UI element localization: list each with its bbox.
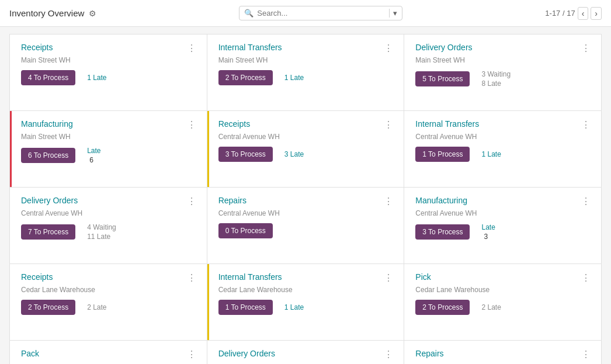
pagination-label: 1-17 / 17 — [545, 9, 575, 18]
card-menu-icon[interactable]: ⋮ — [580, 272, 592, 283]
card-card-7: Delivery Orders ⋮ Central Avenue WH 7 To… — [10, 188, 207, 264]
stat-waiting: 11 Late — [87, 233, 116, 241]
stat-late: 1 Late — [284, 74, 304, 82]
card-title[interactable]: Internal Transfers — [218, 272, 282, 282]
search-dropdown-icon[interactable]: ▾ — [389, 9, 397, 18]
stat-waiting: 2 Late — [481, 303, 501, 311]
stat-late: 1 Late — [284, 303, 304, 311]
stat-waiting: 2 Late — [87, 303, 106, 311]
card-body: 6 To Process Late6 — [21, 147, 197, 164]
card-subtitle: Main Street WH — [21, 133, 197, 141]
card-menu-icon[interactable]: ⋮ — [186, 272, 197, 283]
card-body: 2 To Process 2 Late — [21, 300, 197, 315]
card-title[interactable]: Receipts — [21, 43, 53, 52]
card-title[interactable]: Delivery Orders — [218, 349, 275, 358]
card-title[interactable]: Repairs — [218, 196, 247, 205]
card-title[interactable]: Internal Transfers — [415, 119, 479, 129]
process-button[interactable]: 0 To Process — [218, 223, 273, 238]
gear-icon[interactable]: ⚙ — [89, 9, 96, 18]
card-stats: 3 Waiting8 Late — [481, 70, 511, 88]
stat-late: 1 Late — [481, 150, 501, 158]
card-subtitle: Central Avenue WH — [218, 209, 395, 217]
card-card-14: Delivery Orders ⋮ — [207, 341, 404, 364]
stat-waiting: 3 Waiting — [481, 70, 511, 78]
card-stats: 2 Late — [87, 303, 106, 311]
process-button[interactable]: 1 To Process — [415, 147, 470, 162]
card-card-13: Pack ⋮ — [10, 341, 207, 364]
card-menu-icon[interactable]: ⋮ — [383, 43, 394, 54]
card-title[interactable]: Manufacturing — [415, 196, 467, 205]
card-menu-icon[interactable]: ⋮ — [580, 43, 592, 54]
stat-late: 3 Late — [284, 150, 304, 158]
card-menu-icon[interactable]: ⋮ — [383, 272, 394, 283]
card-title[interactable]: Pick — [415, 272, 431, 282]
process-button[interactable]: 3 To Process — [218, 147, 273, 162]
card-menu-icon[interactable]: ⋮ — [580, 196, 592, 207]
card-menu-icon[interactable]: ⋮ — [383, 119, 394, 130]
search-input[interactable] — [257, 9, 387, 18]
card-card-12: Pick ⋮ Cedar Lane Warehouse 2 To Process… — [404, 264, 601, 340]
cards-grid: Receipts ⋮ Main Street WH 4 To Process 1… — [9, 34, 602, 364]
page-title: Inventory Overview — [9, 8, 84, 18]
card-subtitle: Main Street WH — [21, 56, 197, 64]
card-body: 7 To Process 4 Waiting11 Late — [21, 223, 197, 241]
card-card-10: Receipts ⋮ Cedar Lane Warehouse 2 To Pro… — [10, 264, 207, 340]
process-button[interactable]: 7 To Process — [21, 224, 75, 240]
card-menu-icon[interactable]: ⋮ — [383, 196, 394, 207]
card-menu-icon[interactable]: ⋮ — [186, 349, 197, 360]
stat-waiting: 8 Late — [481, 79, 511, 88]
card-title[interactable]: Receipts — [21, 272, 53, 282]
card-stats: 1 Late — [284, 303, 304, 311]
process-button[interactable]: 2 To Process — [415, 300, 470, 315]
card-card-15: Repairs ⋮ — [404, 341, 601, 364]
card-card-6: Internal Transfers ⋮ Central Avenue WH 1… — [404, 111, 601, 187]
card-stats: 1 Late — [284, 74, 304, 82]
stat-late: Late — [87, 147, 100, 155]
card-stats: Late6 — [87, 147, 100, 164]
card-card-2: Internal Transfers ⋮ Main Street WH 2 To… — [207, 34, 404, 110]
card-menu-icon[interactable]: ⋮ — [580, 349, 592, 360]
card-title[interactable]: Receipts — [218, 119, 250, 129]
card-subtitle: Cedar Lane Warehouse — [218, 286, 395, 294]
stat-waiting: 4 Waiting — [87, 223, 116, 231]
card-title[interactable]: Pack — [21, 349, 39, 358]
card-menu-icon[interactable]: ⋮ — [186, 43, 197, 54]
search-icon: 🔍 — [244, 9, 254, 18]
process-button[interactable]: 1 To Process — [218, 300, 273, 315]
stat-number: 3 — [484, 233, 495, 241]
card-title[interactable]: Delivery Orders — [21, 196, 78, 205]
process-button[interactable]: 2 To Process — [218, 70, 273, 85]
card-stats: Late3 — [481, 223, 495, 241]
card-card-5: Receipts ⋮ Central Avenue WH 3 To Proces… — [207, 111, 404, 187]
card-stats: 4 Waiting11 Late — [87, 223, 116, 241]
card-body: 0 To Process — [218, 223, 395, 238]
pagination-info: 1-17 / 17 ‹ › — [545, 7, 602, 20]
card-subtitle: Central Avenue WH — [415, 209, 592, 217]
card-subtitle: Cedar Lane Warehouse — [415, 286, 592, 294]
process-button[interactable]: 2 To Process — [21, 300, 75, 315]
card-subtitle: Main Street WH — [415, 56, 592, 64]
card-menu-icon[interactable]: ⋮ — [580, 119, 592, 130]
stat-late: 1 Late — [87, 74, 106, 82]
card-stats: 2 Late — [481, 303, 501, 311]
card-title[interactable]: Internal Transfers — [218, 43, 282, 52]
process-button[interactable]: 3 To Process — [415, 224, 470, 240]
process-button[interactable]: 5 To Process — [415, 71, 470, 86]
card-stats: 1 Late — [481, 150, 501, 158]
card-subtitle: Central Avenue WH — [218, 133, 395, 141]
card-card-1: Receipts ⋮ Main Street WH 4 To Process 1… — [10, 34, 207, 110]
card-body: 1 To Process 1 Late — [415, 147, 592, 162]
card-body: 1 To Process 1 Late — [218, 300, 395, 315]
card-title[interactable]: Manufacturing — [21, 119, 73, 129]
card-body: 2 To Process 1 Late — [218, 70, 395, 85]
card-menu-icon[interactable]: ⋮ — [383, 349, 394, 360]
card-menu-icon[interactable]: ⋮ — [186, 119, 197, 130]
process-button[interactable]: 6 To Process — [21, 148, 75, 163]
card-menu-icon[interactable]: ⋮ — [186, 196, 197, 207]
prev-page-button[interactable]: ‹ — [578, 7, 589, 20]
card-title[interactable]: Repairs — [415, 349, 443, 358]
card-body: 4 To Process 1 Late — [21, 70, 197, 85]
card-title[interactable]: Delivery Orders — [415, 43, 472, 52]
process-button[interactable]: 4 To Process — [21, 70, 75, 85]
next-page-button[interactable]: › — [591, 7, 602, 20]
